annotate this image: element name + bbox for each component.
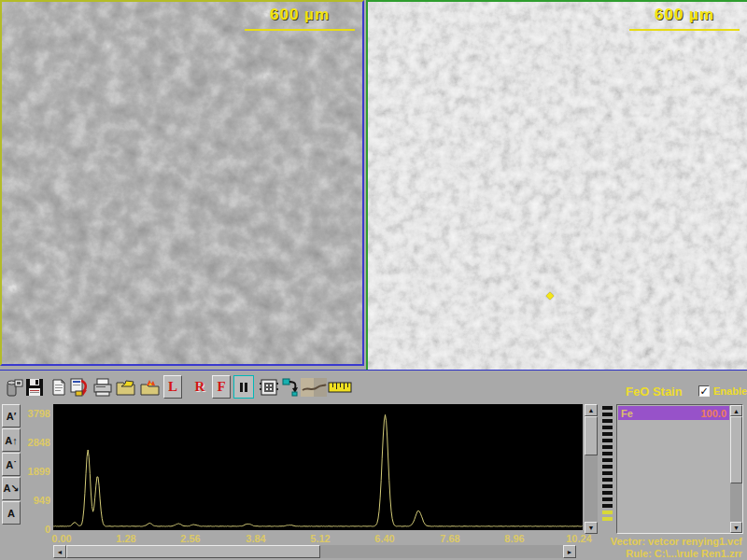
scroll-thumb[interactable] <box>585 416 598 455</box>
scale-label-right: 600 µm <box>629 6 740 24</box>
sem-image-left[interactable]: 600 µm <box>0 0 364 366</box>
toolbar: L R F FeO Stain ✓ Enable <box>0 370 747 403</box>
ladder-segment <box>602 439 613 442</box>
scale-line-right <box>629 29 740 31</box>
y-tick-1899: 1899 <box>17 466 50 477</box>
y-tick-3798: 3798 <box>17 408 50 419</box>
spectrum-vertical-scrollbar[interactable]: ▲ ▼ <box>585 404 598 534</box>
sem-left-texture <box>2 2 362 364</box>
image-thumbnail[interactable] <box>301 375 327 399</box>
scroll-left-arrow[interactable]: ◄ <box>53 545 66 558</box>
ladder-segment <box>602 413 613 416</box>
element-row-fe[interactable]: Fe 100.0 <box>618 406 729 420</box>
scroll-thumb[interactable] <box>66 545 320 558</box>
label-f-text: F <box>217 379 225 395</box>
ladder-segment <box>602 491 613 495</box>
x-tick-7.68: 7.68 <box>431 533 469 544</box>
print-icon[interactable] <box>92 375 114 399</box>
element-symbol: Fe <box>621 408 633 419</box>
x-tick-8.96: 8.96 <box>496 533 533 544</box>
ladder-segment <box>602 484 613 488</box>
ladder-segment <box>602 517 613 521</box>
report-export-icon[interactable] <box>68 375 91 399</box>
scale-label-left: 600 µm <box>245 6 355 24</box>
save-icon[interactable] <box>23 375 46 399</box>
x-tick-3.84: 3.84 <box>237 533 275 544</box>
x-tick-0.00: 0.00 <box>43 533 80 544</box>
scroll-right-arrow[interactable]: ► <box>563 545 576 558</box>
ladder-segment <box>602 511 613 514</box>
spectrum-section: A′ A↑ A˙ A↘ A 3798 2848 1899 949 0 0.00 … <box>0 403 747 560</box>
x-tick-10.24: 10.24 <box>560 533 598 544</box>
feo-stain-title: FeO Stain <box>626 385 683 399</box>
ladder-segment <box>602 419 613 423</box>
ladder-segment <box>602 471 613 475</box>
scale-bar-left: 600 µm <box>245 6 355 31</box>
map-right-texture <box>368 2 747 370</box>
map-image-right[interactable]: 600 µm <box>366 0 747 370</box>
scroll-up-arrow[interactable]: ▲ <box>585 404 598 416</box>
scroll-down-arrow[interactable]: ▼ <box>730 522 742 533</box>
enable-label: Enable <box>713 385 747 397</box>
scroll-up-arrow[interactable]: ▲ <box>730 405 742 416</box>
ladder-segment <box>602 478 613 482</box>
scroll-down-arrow[interactable]: ▼ <box>585 522 598 534</box>
folder-flame-icon[interactable] <box>139 375 162 399</box>
open-folder-icon[interactable] <box>115 375 137 399</box>
scroll-thumb[interactable] <box>730 416 742 483</box>
vector-file-label: Vector: vetcor renying1.vcf <box>611 536 742 547</box>
label-r-button[interactable]: R <box>190 375 209 399</box>
scale-bar-right: 600 µm <box>629 6 740 31</box>
ladder-segment <box>602 426 613 429</box>
scale-line-left <box>245 29 355 31</box>
copy-page-icon[interactable] <box>48 375 70 399</box>
ruler-icon[interactable] <box>328 375 352 399</box>
y-tick-949: 949 <box>17 495 50 506</box>
ladder-segment <box>602 504 613 508</box>
checkmark-icon: ✓ <box>699 385 708 397</box>
ladder-segment <box>602 452 613 455</box>
label-l-text: L <box>168 379 177 395</box>
ladder-segment <box>602 432 613 436</box>
label-f-button[interactable]: F <box>212 375 231 399</box>
spectrum-curve <box>53 414 582 526</box>
pause-button[interactable] <box>233 375 254 399</box>
element-list[interactable]: Fe 100.0 ▲ ▼ <box>616 404 743 534</box>
chip-icon[interactable] <box>258 375 280 399</box>
flowchart-icon[interactable] <box>280 375 303 399</box>
label-r-text: R <box>195 379 205 395</box>
intensity-ladder <box>602 406 613 524</box>
ladder-segment <box>602 406 613 410</box>
pause-icon <box>238 382 249 393</box>
ladder-segment <box>602 497 613 501</box>
spectrum-plot[interactable] <box>53 404 583 530</box>
element-list-scrollbar[interactable]: ▲ ▼ <box>730 405 742 533</box>
spectrum-horizontal-scrollbar[interactable]: ◄ ► <box>53 545 576 558</box>
ladder-segment <box>602 458 613 462</box>
x-tick-6.40: 6.40 <box>366 533 403 544</box>
x-tick-5.12: 5.12 <box>302 533 339 544</box>
x-tick-1.28: 1.28 <box>107 533 145 544</box>
label-l-button[interactable]: L <box>163 375 182 399</box>
element-value: 100.0 <box>700 408 726 419</box>
ladder-segment <box>602 445 613 449</box>
rule-file-label: Rule: C:\...\rule Ren1.zrr <box>626 548 742 559</box>
app-window: 600 µm 600 µm <box>0 0 747 560</box>
x-tick-2.56: 2.56 <box>172 533 209 544</box>
enable-checkbox[interactable]: ✓ <box>698 385 710 397</box>
ladder-segment <box>602 465 613 469</box>
y-tick-2848: 2848 <box>17 437 50 448</box>
